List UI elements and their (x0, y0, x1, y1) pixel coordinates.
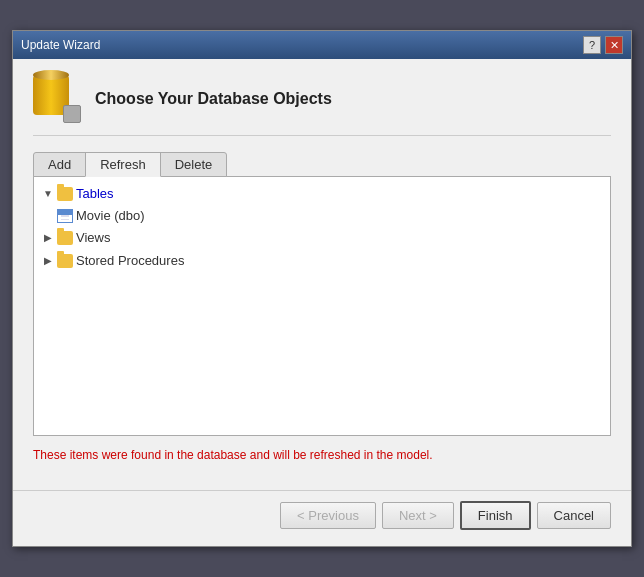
close-button[interactable]: ✕ (605, 36, 623, 54)
status-message: These items were found in the database a… (33, 448, 611, 462)
folder-icon-tables (57, 187, 73, 201)
table-icon-movie (57, 209, 73, 223)
tree-view[interactable]: ▼ Tables ▶ Movie (dbo) ▶ Views ▶ Stored … (33, 176, 611, 436)
page-title: Choose Your Database Objects (95, 90, 332, 108)
tab-refresh[interactable]: Refresh (85, 152, 161, 177)
title-bar-left: Update Wizard (21, 38, 100, 52)
window-title: Update Wizard (21, 38, 100, 52)
tree-item-movie[interactable]: ▶ Movie (dbo) (38, 205, 606, 227)
expand-views[interactable]: ▶ (42, 232, 54, 244)
title-bar-controls: ? ✕ (583, 36, 623, 54)
tab-delete[interactable]: Delete (160, 152, 228, 177)
folder-icon-views (57, 231, 73, 245)
footer: < Previous Next > Finish Cancel (13, 490, 631, 546)
window-body: Choose Your Database Objects Add Refresh… (13, 59, 631, 490)
help-button[interactable]: ? (583, 36, 601, 54)
expand-sp[interactable]: ▶ (42, 255, 54, 267)
main-window: Update Wizard ? ✕ Choose Your Database O… (12, 30, 632, 547)
next-button[interactable]: Next > (382, 502, 454, 529)
tree-item-tables[interactable]: ▼ Tables (38, 183, 606, 205)
cancel-button[interactable]: Cancel (537, 502, 611, 529)
tree-item-stored-procedures[interactable]: ▶ Stored Procedures (38, 250, 606, 272)
folder-icon-sp (57, 254, 73, 268)
title-bar: Update Wizard ? ✕ (13, 31, 631, 59)
database-icon (33, 75, 81, 123)
stored-procedures-label: Stored Procedures (76, 252, 184, 270)
views-label: Views (76, 229, 110, 247)
header-section: Choose Your Database Objects (33, 75, 611, 136)
tab-add[interactable]: Add (33, 152, 86, 177)
expand-icon[interactable]: ▼ (42, 188, 54, 200)
previous-button[interactable]: < Previous (280, 502, 376, 529)
movie-label: Movie (dbo) (76, 207, 145, 225)
plug-shape (63, 105, 81, 123)
tree-item-views[interactable]: ▶ Views (38, 227, 606, 249)
finish-button[interactable]: Finish (460, 501, 531, 530)
tab-bar: Add Refresh Delete (33, 152, 611, 177)
tables-label: Tables (76, 185, 114, 203)
